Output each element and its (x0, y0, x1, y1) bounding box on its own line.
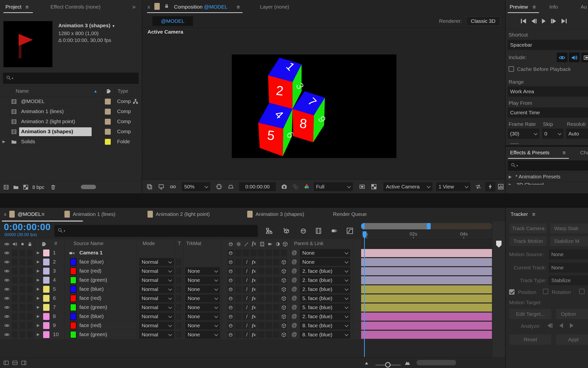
layer-duration-bar[interactable] (361, 258, 492, 266)
layer-switch-well[interactable] (235, 322, 242, 329)
track-camera-button[interactable]: Track Camera (510, 223, 547, 233)
layer-visibility-icon[interactable] (4, 268, 10, 275)
comp-color-swatch[interactable] (9, 211, 15, 218)
layer-switch-well[interactable] (20, 331, 25, 338)
track-motion-button[interactable]: Track Motion (510, 236, 547, 246)
camera-view-select[interactable]: Active Camera (383, 182, 432, 191)
project-item-row[interactable]: @MODELComp (0, 97, 142, 107)
label-swatch[interactable] (105, 129, 111, 135)
layer-switch-well[interactable] (20, 259, 25, 265)
timeline-search-input[interactable]: ▾ (54, 225, 258, 237)
layer-expander-icon[interactable]: ▶ (37, 296, 40, 300)
pick-whip-icon[interactable]: @ (292, 259, 297, 265)
layer-switch-well[interactable]: / (243, 277, 249, 284)
adjustment-switch-icon[interactable] (275, 241, 281, 248)
toggle-switches-pane-icon[interactable] (3, 360, 9, 367)
layer-switch-well[interactable] (273, 259, 280, 265)
project-item-name[interactable]: Animation 2 (light point) (21, 118, 75, 124)
layer-expander-icon[interactable]: ▶ (37, 332, 40, 337)
shy-switch-icon[interactable] (228, 241, 234, 248)
track-matte-select[interactable]: None (185, 294, 220, 302)
pick-whip-icon[interactable]: @ (292, 331, 297, 338)
layer-switch-well[interactable] (243, 250, 249, 256)
layer-switch-well[interactable] (235, 295, 242, 302)
layer-switch-well[interactable] (27, 322, 33, 329)
project-search-input[interactable]: ▾ (3, 73, 139, 84)
layer-switch-well[interactable] (227, 313, 234, 320)
fast-previews-button[interactable] (485, 182, 495, 192)
pick-whip-icon[interactable]: @ (292, 322, 297, 329)
reset-button[interactable]: Reset (510, 334, 551, 345)
column-name[interactable]: Name (16, 88, 29, 94)
layer-switch-well[interactable] (265, 250, 272, 256)
current-timecode[interactable]: 0:00:00:00 (4, 222, 51, 232)
composition-viewport[interactable]: 123456789 (232, 54, 396, 158)
layer-switch-well[interactable] (27, 331, 33, 338)
layer-switch-well[interactable] (20, 286, 25, 293)
stabilize-motion-button[interactable]: Stabilize M (550, 236, 588, 246)
scale-checkbox[interactable] (579, 289, 585, 294)
layer-row[interactable]: ▶8face (blue)NormalNone/fx@2. face (blue… (0, 312, 361, 321)
layer-label-swatch[interactable] (43, 286, 49, 293)
layer-switch-well[interactable] (235, 331, 242, 338)
rotation-checkbox[interactable] (543, 289, 548, 294)
layer-switch-well[interactable] (273, 313, 280, 320)
pick-whip-icon[interactable]: @ (292, 295, 297, 301)
layer-switch-well[interactable] (258, 322, 264, 329)
tab-effects-presets[interactable]: Effects & Presets (510, 150, 550, 156)
layer-duration-bar[interactable] (361, 276, 492, 284)
channels-icon[interactable] (303, 183, 310, 191)
column-parent-link[interactable]: Parent & Link (294, 241, 323, 246)
layer-switch-well[interactable] (27, 304, 33, 311)
layer-switch-well[interactable] (20, 304, 25, 311)
play-from-select[interactable]: Current Time (508, 107, 588, 118)
layer-switch-well[interactable] (273, 268, 280, 275)
preserve-transparency-well[interactable] (176, 259, 182, 265)
layer-switch-well[interactable] (258, 304, 264, 311)
layer-name[interactable]: face (red) (79, 268, 101, 274)
layer-duration-bar[interactable] (361, 303, 492, 312)
layer-duration-bar[interactable] (361, 285, 492, 293)
fx-switch-icon[interactable]: fx (252, 240, 256, 247)
close-tab-icon[interactable]: x (147, 4, 150, 10)
layer-switch-well[interactable] (20, 250, 25, 256)
layer-visibility-icon[interactable] (4, 295, 10, 302)
layer-switch-well[interactable] (12, 313, 18, 320)
layer-label-swatch[interactable] (43, 277, 49, 284)
label-swatch[interactable] (105, 109, 111, 115)
layer-switch-well[interactable] (250, 250, 257, 256)
layer-switch-well[interactable]: / (243, 295, 249, 302)
layer-switch-well[interactable] (273, 295, 280, 302)
layer-switch-well[interactable]: fx (250, 322, 257, 329)
parent-link-select[interactable]: 5. face (blue) (300, 294, 350, 302)
layer-switch-well[interactable] (258, 286, 264, 293)
blend-mode-select[interactable]: Normal (139, 276, 174, 284)
layer-switch-well[interactable] (20, 295, 25, 302)
pick-whip-icon[interactable]: @ (292, 268, 297, 274)
layer-switch-well[interactable] (227, 286, 234, 293)
layer-visibility-icon[interactable] (4, 332, 10, 339)
layer-visibility-icon[interactable] (4, 259, 10, 266)
layer-label-swatch[interactable] (43, 313, 49, 320)
layer-switch-well[interactable] (281, 331, 287, 338)
layer-duration-bar[interactable] (361, 267, 492, 275)
preserve-transparency-well[interactable] (176, 322, 182, 329)
cache-before-playback-checkbox[interactable] (509, 66, 514, 72)
layer-label-swatch[interactable] (43, 268, 49, 275)
lock-column-icon[interactable] (27, 241, 33, 248)
layer-label-swatch[interactable] (43, 259, 49, 265)
preserve-transparency-well[interactable] (176, 313, 182, 320)
layer-switch-well[interactable] (258, 313, 264, 320)
blend-mode-select[interactable]: Normal (139, 303, 174, 311)
layer-switch-well[interactable] (12, 277, 18, 284)
layer-switch-well[interactable] (265, 304, 272, 311)
preserve-transparency-well[interactable] (176, 286, 182, 293)
position-checkbox[interactable] (509, 289, 514, 295)
hide-shy-layers-icon[interactable] (299, 227, 307, 236)
blend-mode-select[interactable]: Normal (139, 322, 174, 329)
track-matte-select[interactable]: None (185, 303, 220, 311)
parent-link-select[interactable]: 2. face (blue) (300, 276, 350, 284)
timeline-panel-menu-icon[interactable]: ≡ (41, 211, 45, 218)
layer-switch-well[interactable] (281, 322, 287, 329)
column-type[interactable]: Type (118, 88, 128, 94)
